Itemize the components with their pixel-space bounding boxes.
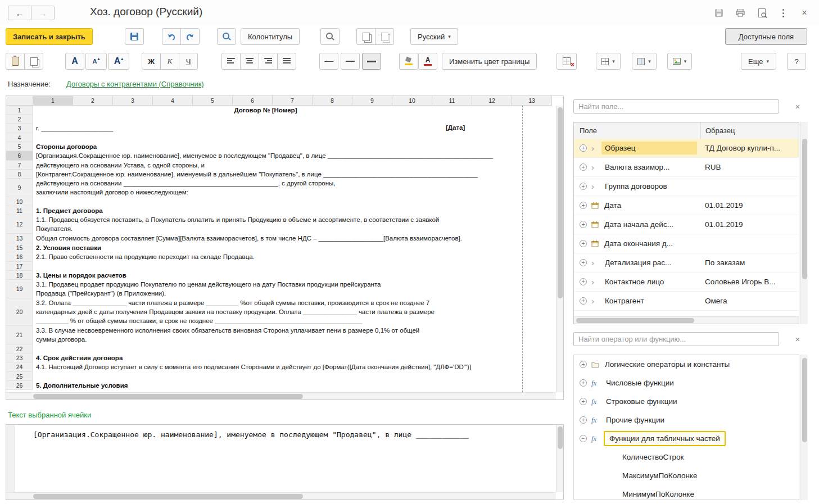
expand-icon[interactable]: + [580, 202, 587, 209]
sheet-cell[interactable]: 3.1. Продавец продает продукцию Покупате… [33, 280, 557, 298]
sheet-cell[interactable] [33, 133, 557, 142]
increase-font-button[interactable]: А▴ [108, 53, 129, 70]
column-header-4[interactable]: 4 [153, 96, 193, 106]
column-header-6[interactable]: 6 [233, 96, 273, 106]
field-row[interactable]: +Дата01.01.2019 [574, 196, 799, 215]
function-item[interactable]: +Логические операторы и константы [574, 355, 799, 374]
function-search-input[interactable] [573, 332, 779, 346]
functions-vertical-scrollbar[interactable] [800, 355, 808, 500]
clear-function-search-icon[interactable]: × [793, 334, 803, 344]
sheet-cell[interactable]: 3.3. В случае несвоевременного исполнени… [33, 326, 557, 344]
row-header-11[interactable]: 11 [6, 206, 33, 215]
row-header-7[interactable]: 7 [6, 161, 33, 170]
sheet-cell[interactable]: Договор № [Номер] [33, 106, 557, 115]
copy-page-button[interactable] [356, 28, 375, 45]
column-header-7[interactable]: 7 [273, 96, 313, 106]
collapse-icon[interactable]: − [580, 435, 587, 442]
purpose-link[interactable]: Договоры с контрагентами (Справочник) [66, 80, 204, 88]
expand-icon[interactable]: + [580, 183, 587, 190]
sheet-cell[interactable]: Общая стоимость договора составляет [Сум… [33, 234, 557, 243]
row-header-19[interactable]: 19 [6, 280, 33, 298]
print-icon[interactable] [732, 6, 749, 20]
picture-dropdown[interactable]: ▾ [667, 53, 692, 70]
italic-button[interactable]: К [160, 53, 179, 70]
merge-dropdown[interactable]: ▾ [632, 53, 657, 70]
borders-dropdown[interactable]: ▾ [596, 53, 621, 70]
scrollbar-thumb[interactable] [802, 358, 807, 442]
field-row[interactable]: +›ОбразецТД Договор купли-п... [574, 139, 799, 158]
column-header-8[interactable]: 8 [313, 96, 352, 106]
sheet-cell[interactable] [33, 115, 557, 124]
align-justify-button[interactable] [277, 53, 296, 70]
sheet-cell[interactable]: 1.1. Продавец обязуется поставить, а Пок… [33, 215, 557, 234]
print-preview-button[interactable] [217, 28, 236, 45]
function-item[interactable]: +fxПрочие функции [574, 411, 799, 429]
align-right-button[interactable] [259, 53, 278, 70]
expand-icon[interactable]: + [580, 379, 587, 387]
column-header-9[interactable]: 9 [352, 96, 392, 106]
column-header-13[interactable]: 13 [512, 96, 552, 106]
row-header-20[interactable]: 20 [6, 298, 33, 326]
underline-button[interactable]: Ч [179, 53, 198, 70]
selected-cell-text-area[interactable]: [Организация.Сокращенное юр. наименовани… [6, 424, 564, 500]
expand-icon[interactable]: + [580, 164, 587, 171]
fields-vertical-scrollbar[interactable] [800, 122, 808, 324]
align-center-button[interactable] [240, 53, 259, 70]
sheet-vertical-scrollbar[interactable] [556, 106, 563, 392]
field-row[interactable]: +›Контактное лицоСоловьев Игорь В... [574, 273, 799, 292]
field-row[interactable]: +›Валюта взаимор...RUB [574, 158, 799, 177]
help-button[interactable]: ? [787, 53, 806, 70]
scrollbar-thumb[interactable] [576, 318, 694, 323]
expand-icon[interactable]: + [580, 361, 587, 368]
sheet-cell[interactable]: 1. Предмет договора [33, 206, 557, 215]
row-header-24[interactable]: 24 [6, 362, 33, 372]
sheet-horizontal-scrollbar[interactable] [6, 392, 556, 399]
field-row[interactable]: +›Детализация рас...По заказам [574, 253, 799, 273]
field-search-input[interactable] [573, 99, 779, 113]
save-icon[interactable] [711, 6, 727, 20]
sheet-cell[interactable]: Стороны договора [33, 142, 557, 151]
row-header-8[interactable]: 8 [6, 170, 33, 179]
field-row[interactable]: +›МенеджерФедоров Борис Ми... [574, 311, 799, 316]
sheet-cell[interactable]: 2.1. Право собственности на продукцию пе… [33, 252, 557, 262]
scrollbar-thumb[interactable] [802, 139, 807, 279]
sheet-cell[interactable]: 2. Условия поставки [33, 243, 557, 252]
column-header-field[interactable]: Поле [574, 126, 700, 135]
row-header-3[interactable]: 3 [6, 124, 33, 133]
paste-button[interactable] [6, 53, 25, 70]
sheet-cell[interactable] [33, 344, 557, 353]
function-item[interactable]: +fxЧисловые функции [574, 374, 799, 392]
column-header-1[interactable]: 1 [33, 96, 73, 106]
text-color-button[interactable]: А [418, 53, 437, 70]
save-and-close-button[interactable]: Записать и закрыть [6, 28, 93, 45]
sheet-cell[interactable]: 4.1. Настоящий Договор вступает в силу с… [33, 362, 557, 372]
border-thick-button[interactable] [362, 53, 381, 70]
sheet-cell[interactable]: 5. Дополнительные условия [33, 381, 557, 390]
copy-page-alt-button[interactable] [375, 28, 394, 45]
sheet-cell[interactable]: г. ____________________ [33, 124, 557, 133]
row-header-12[interactable]: 12 [6, 215, 33, 234]
field-row[interactable]: +Дата начала дейс...01.01.2019 [574, 215, 799, 234]
row-header-13[interactable]: 13 [6, 234, 33, 243]
zoom-button[interactable] [320, 28, 340, 45]
clear-field-search-icon[interactable]: × [793, 102, 803, 112]
row-header-1[interactable]: 1 [6, 106, 33, 115]
available-fields-button[interactable]: Доступные поля [725, 28, 807, 45]
column-header-2[interactable]: 2 [73, 96, 113, 106]
scrollbar-thumb[interactable] [33, 494, 303, 499]
text-vertical-scrollbar[interactable] [556, 425, 563, 492]
more-button[interactable]: Еще▾ [741, 53, 776, 70]
fill-color-button[interactable] [399, 53, 418, 70]
redo-button[interactable] [180, 28, 200, 45]
decrease-font-button[interactable]: А▴ [85, 53, 107, 70]
expand-icon[interactable]: + [580, 278, 587, 285]
language-dropdown[interactable]: Русский▾ [410, 28, 458, 45]
sheet-cell[interactable]: 3. Цены и порядок расчетов [33, 271, 557, 280]
row-header-23[interactable]: 23 [6, 353, 33, 362]
sheet-cell[interactable]: 4. Срок действия договора [33, 353, 557, 362]
expand-icon[interactable]: + [580, 416, 587, 424]
border-medium-button[interactable] [341, 53, 360, 70]
back-button[interactable]: ← [8, 6, 31, 20]
fields-horizontal-scrollbar[interactable] [574, 316, 799, 324]
row-header-10[interactable]: 10 [6, 197, 33, 206]
